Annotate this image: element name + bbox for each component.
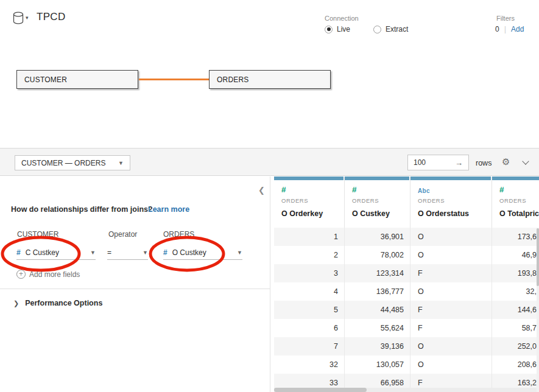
rows-label: rows	[476, 159, 491, 167]
number-type-icon: #	[281, 185, 344, 195]
datasource-title: TPCD	[37, 11, 65, 23]
left-field-dropdown[interactable]: # C Custkey ▼	[16, 245, 96, 260]
column-table-name: ORDERS	[418, 197, 491, 204]
performance-options-toggle[interactable]: ❯ Performance Options	[13, 299, 102, 307]
filters-add-link[interactable]: Add	[511, 25, 524, 33]
grid-cell: 78,002	[345, 246, 410, 264]
column-field-name: O Orderkey	[281, 209, 344, 218]
column-header-o-totalprice[interactable]: # ORDERS O Totalprice	[492, 177, 539, 228]
row-count-input[interactable]: 100 →	[407, 155, 469, 170]
column-accent-bar	[410, 177, 491, 180]
add-more-fields-button[interactable]: + Add more fields	[16, 270, 80, 279]
gear-icon[interactable]: ⚙	[502, 156, 510, 167]
grid-row: 32130,057O208,6	[274, 355, 539, 374]
preview-toolbar: CUSTOMER — ORDERS ▼ 100 → rows ⚙	[0, 148, 539, 176]
right-field-value: O Custkey	[172, 248, 206, 257]
grid-cell: 58,7	[492, 319, 539, 337]
row-count-value: 100	[414, 158, 426, 167]
radio-live[interactable]: Live	[325, 25, 350, 33]
grid-cell: 6	[274, 319, 345, 337]
left-table-column-label: CUSTOMER	[17, 230, 58, 239]
column-table-name: ORDERS	[499, 197, 539, 204]
vertical-scrollbar-thumb[interactable]	[537, 228, 539, 286]
horizontal-scrollbar-thumb[interactable]	[274, 388, 367, 392]
canvas-table-customer[interactable]: CUSTOMER	[16, 70, 138, 89]
column-accent-bar	[274, 177, 343, 180]
grid-cell: 7	[274, 337, 345, 355]
panel-divider	[0, 289, 270, 289]
grid-cell: F	[410, 301, 492, 319]
grid-cell: O	[410, 337, 492, 355]
grid-cell: O	[410, 282, 492, 301]
grid-cell: 208,6	[492, 355, 539, 374]
grid-row: 3123,314F193,8	[274, 264, 539, 282]
grid-cell: 252,0	[492, 337, 539, 355]
grid-cell: O	[410, 355, 492, 374]
radio-live-label: Live	[337, 25, 350, 33]
canvas-table-orders[interactable]: ORDERS	[209, 70, 331, 89]
number-type-icon: #	[499, 185, 539, 195]
column-field-name: O Orderstatus	[418, 209, 491, 218]
grid-cell: 136,777	[345, 282, 410, 301]
radio-extract-icon[interactable]	[373, 26, 381, 33]
grid-cell: F	[410, 264, 492, 282]
right-table-column-label: ORDERS	[163, 230, 194, 239]
grid-cell: 4	[274, 282, 345, 301]
relationship-line[interactable]	[139, 79, 209, 80]
grid-row: 278,002O46,9	[274, 246, 539, 264]
grid-cell: 32,	[492, 282, 539, 301]
string-type-icon: Abc	[418, 185, 491, 195]
grid-cell: 144,6	[492, 301, 539, 319]
connection-label: Connection	[325, 15, 359, 22]
relationship-selector-dropdown[interactable]: CUSTOMER — ORDERS ▼	[15, 155, 130, 170]
grid-cell: 1	[274, 228, 345, 246]
chevron-down-icon: ▼	[143, 250, 148, 256]
filters-label: Filters	[496, 15, 515, 22]
add-more-fields-label: Add more fields	[29, 270, 80, 279]
operator-column-label: Operator	[108, 230, 137, 239]
radio-live-icon[interactable]	[325, 26, 333, 33]
relationship-selector-value: CUSTOMER — ORDERS	[21, 159, 105, 167]
grid-header-row: # ORDERS O Orderkey # ORDERS O Custkey A…	[274, 177, 539, 228]
collapse-preview-chevron-icon[interactable]	[523, 159, 529, 165]
panel-grid-divider	[270, 177, 270, 392]
apply-arrow-icon[interactable]: →	[455, 158, 463, 167]
column-table-name: ORDERS	[281, 197, 344, 204]
grid-cell: 44,485	[345, 301, 410, 319]
column-header-o-orderkey[interactable]: # ORDERS O Orderkey	[274, 177, 345, 228]
grid-cell: 123,314	[345, 264, 410, 282]
grid-row: 544,485F144,6	[274, 301, 539, 319]
grid-cell: O	[410, 246, 492, 264]
column-field-name: O Totalprice	[499, 209, 539, 218]
column-field-name: O Custkey	[352, 209, 410, 218]
chevron-down-icon: ▼	[237, 250, 242, 256]
chevron-down-icon: ▼	[90, 250, 96, 256]
number-type-icon: #	[352, 185, 410, 195]
data-preview-grid: # ORDERS O Orderkey # ORDERS O Custkey A…	[274, 177, 539, 392]
grid-body: 136,901O173,6278,002O46,93123,314F193,84…	[274, 228, 539, 392]
panel-collapse-chevron-icon[interactable]: ❮	[258, 186, 265, 195]
learn-more-link[interactable]: Learn more	[148, 205, 189, 214]
performance-options-label: Performance Options	[25, 299, 102, 307]
column-header-o-custkey[interactable]: # ORDERS O Custkey	[345, 177, 410, 228]
grid-row: 655,624F58,7	[274, 319, 539, 337]
grid-row: 4136,777O32,	[274, 282, 539, 301]
canvas-table-orders-label: ORDERS	[217, 75, 249, 84]
column-header-o-orderstatus[interactable]: Abc ORDERS O Orderstatus	[410, 177, 492, 228]
grid-cell: F	[410, 319, 492, 337]
column-accent-bar	[345, 177, 409, 180]
right-field-dropdown[interactable]: # O Custkey ▼	[163, 245, 242, 260]
grid-cell: 2	[274, 246, 345, 264]
grid-cell: 39,136	[345, 337, 410, 355]
radio-extract-label: Extract	[386, 25, 408, 33]
operator-dropdown[interactable]: = ▼	[107, 245, 148, 260]
database-icon[interactable]	[12, 12, 24, 25]
radio-extract[interactable]: Extract	[373, 25, 408, 33]
grid-row: 739,136O252,0	[274, 337, 539, 355]
chevron-down-icon: ▼	[118, 160, 124, 166]
grid-row: 136,901O173,6	[274, 228, 539, 246]
column-table-name: ORDERS	[352, 197, 410, 204]
column-accent-bar	[492, 177, 539, 180]
left-field-value: C Custkey	[26, 248, 59, 257]
database-menu-caret-icon[interactable]: ▾	[26, 15, 29, 21]
